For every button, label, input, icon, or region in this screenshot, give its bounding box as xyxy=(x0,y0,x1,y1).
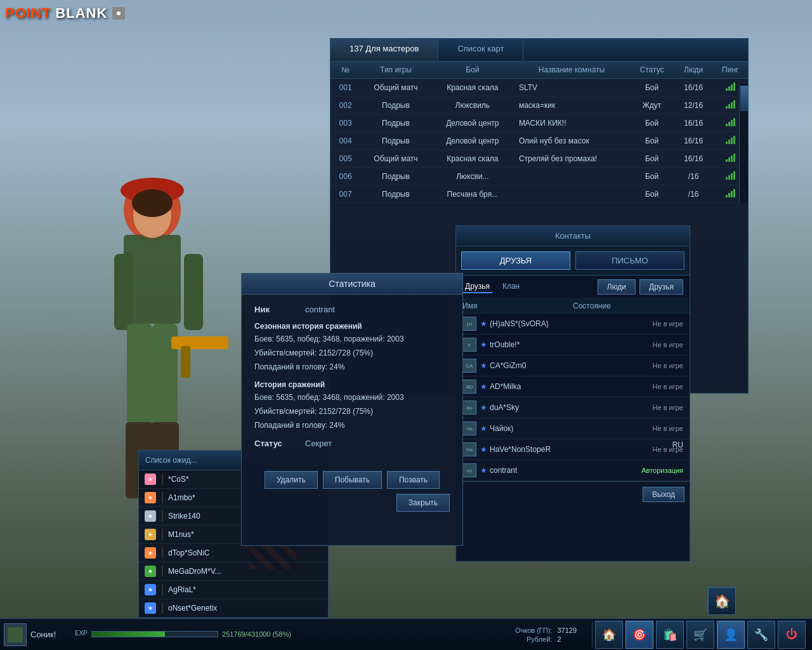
rub-label: Рублей: xyxy=(508,635,552,643)
btn-delete[interactable]: Удалить xyxy=(265,471,318,489)
contacts-col-headers: Имя Состояние xyxy=(456,299,690,314)
rooms-scrollbar[interactable] xyxy=(739,84,748,203)
list-item[interactable]: ★ AgRiaL* xyxy=(139,581,328,599)
list-item[interactable]: Ha ★ HaVe*NonStopeR Не в игре xyxy=(456,439,690,460)
contact-name-6: HaVe*NonStopeR xyxy=(490,445,653,454)
table-row[interactable]: 003 Подрыв Деловой центр МАСКИ КИК!! Бой… xyxy=(331,114,748,132)
contact-name-0: (H)aNS*(SvORA) xyxy=(490,319,653,328)
stats-panel: Статистика Ник contrant Сезонная история… xyxy=(241,273,463,546)
btn-people[interactable]: Люди xyxy=(598,279,636,295)
rank-badge-4: ★ xyxy=(144,547,157,559)
cell-status: Бой xyxy=(629,150,674,168)
contact-avatar-4: du xyxy=(462,401,476,415)
inventory-icon-btn[interactable]: 🛍️ xyxy=(656,621,684,649)
gp-row: Очков (ГП): 37129 xyxy=(508,627,577,634)
contact-status-5: Не в игре xyxy=(653,425,683,432)
cell-status: Бой xyxy=(629,114,674,132)
contact-star-7: ★ xyxy=(480,466,487,475)
btn-close[interactable]: Закрыть xyxy=(396,494,450,512)
list-item[interactable]: Ча ★ Чайок) Не в игре xyxy=(456,418,690,439)
cell-num: 002 xyxy=(331,96,360,114)
contact-name-1: trOuble!* xyxy=(490,340,653,349)
contacts-top-bar: Друзья Клан Люди Друзья xyxy=(456,275,690,299)
player-name: Соник! xyxy=(30,630,69,639)
stats-body: Ник contrant Сезонная история сражений Б… xyxy=(242,295,462,465)
nik-value: contrant xyxy=(305,305,335,314)
cell-room: маска=кик xyxy=(514,96,629,114)
table-row[interactable]: 001 Общий матч Красная скала SLTV Бой 16… xyxy=(331,79,748,96)
col-room: Название комнаты xyxy=(514,62,629,79)
list-item[interactable]: du ★ duA*Sky Не в игре xyxy=(456,397,690,418)
contact-star-3: ★ xyxy=(480,382,487,391)
logo-icon xyxy=(112,7,125,20)
nav-home-btn[interactable]: 🏠 xyxy=(708,587,736,615)
cell-status: Ждут xyxy=(629,96,674,114)
table-row[interactable]: 002 Подрыв Люксвиль маска=кик Ждут 12/16 xyxy=(331,96,748,114)
history-headshot: Попаданий в голову: 24% xyxy=(254,420,450,431)
table-row[interactable]: 006 Подрыв Люксви... Бой /16 xyxy=(331,168,748,185)
sub-tab-friends[interactable]: Друзья xyxy=(462,281,492,293)
svg-rect-2 xyxy=(114,254,133,330)
history-detail: Боев: 5635, побед: 3468, поражений: 2003 xyxy=(254,392,450,403)
contact-avatar-0: (H xyxy=(462,317,476,331)
cell-num: 006 xyxy=(331,168,360,185)
contact-avatar-2: CA xyxy=(462,359,476,373)
sub-tab-clan[interactable]: Клан xyxy=(500,281,522,293)
btn-friends[interactable]: Друзья xyxy=(639,279,683,295)
contact-avatar-3: AD xyxy=(462,380,476,394)
list-item[interactable]: tr ★ trOuble!* Не в игре xyxy=(456,335,690,355)
btn-invite[interactable]: Позвать xyxy=(387,471,440,489)
cell-room: МАСКИ КИК!! xyxy=(514,114,629,132)
settings-icon-btn[interactable]: 🔧 xyxy=(747,621,775,649)
tab-letter[interactable]: ПИСЬМО xyxy=(575,251,684,270)
list-item[interactable]: (H ★ (H)aNS*(SvORA) Не в игре xyxy=(456,314,690,335)
col-num: № xyxy=(331,62,360,79)
col-fight: Бой xyxy=(431,62,514,79)
contact-name-7: contrant xyxy=(490,466,641,475)
tab-friends[interactable]: ДРУЗЬЯ xyxy=(461,251,570,270)
home-icon-btn[interactable]: 🏠 xyxy=(595,621,623,649)
power-icon-btn[interactable]: ⏻ xyxy=(778,621,806,649)
missions-icon-btn[interactable]: 🎯 xyxy=(625,621,653,649)
table-row[interactable]: 007 Подрыв Песчана бря... Бой /16 xyxy=(331,185,748,203)
list-item[interactable]: ★ MeGaDroM*V... xyxy=(139,562,328,581)
svg-point-10 xyxy=(132,189,173,217)
contact-star-0: ★ xyxy=(480,319,487,328)
table-row[interactable]: 005 Общий матч Красная скала Стреляй без… xyxy=(331,150,748,168)
status-field: Статус Секрет xyxy=(254,439,450,448)
waiting-title: Список ожид... xyxy=(145,456,197,465)
profile-icon-btn[interactable]: 👤 xyxy=(717,621,745,649)
rub-row: Рублей: 2 xyxy=(508,635,577,643)
tab-rooms[interactable]: 137 Для мастеров xyxy=(331,39,438,61)
cell-num: 005 xyxy=(331,150,360,168)
tab-maps[interactable]: Список карт xyxy=(438,39,523,61)
nik-field: Ник contrant xyxy=(254,305,450,314)
player-name-1: A1mbo* xyxy=(168,493,195,502)
contacts-panel: Контакты ДРУЗЬЯ ПИСЬМО Друзья Клан Люди … xyxy=(455,225,690,562)
contact-avatar-6: Ha xyxy=(462,442,476,456)
rank-badge-1: ★ xyxy=(144,491,157,504)
cell-people: /16 xyxy=(674,185,713,203)
table-row[interactable]: 004 Подрыв Деловой центр Олий нуб без ма… xyxy=(331,132,748,150)
stats-values: Очков (ГП): 37129 Рублей: 2 xyxy=(495,627,589,643)
list-item[interactable]: ★ dTop*SoNiC xyxy=(139,544,328,562)
cell-room: SLTV xyxy=(514,79,629,96)
gp-label: Очков (ГП): xyxy=(508,627,552,634)
contact-name-2: CA*GiZm0 xyxy=(490,361,653,370)
game-logo: POINT BLANK xyxy=(5,5,125,22)
list-item[interactable]: CA ★ CA*GiZm0 Не в игре xyxy=(456,355,690,376)
stats-actions: Удалить Побывать Позвать xyxy=(242,465,462,494)
btn-visit[interactable]: Побывать xyxy=(323,471,382,489)
store-icon-btn[interactable]: 🛒 xyxy=(686,621,714,649)
cell-num: 001 xyxy=(331,79,360,96)
contact-status-1: Не в игре xyxy=(653,341,683,348)
list-item[interactable]: AD ★ AD*Milka Не в игре xyxy=(456,376,690,397)
exp-value: 251769/431000 (58%) xyxy=(222,630,291,638)
list-item[interactable]: co ★ contrant Авторизация xyxy=(456,460,690,481)
cell-room: Стреляй без промаха! xyxy=(514,150,629,168)
cell-status: Бой xyxy=(629,79,674,96)
list-item[interactable]: ★ oNset*Genetix xyxy=(139,599,328,618)
exit-btn[interactable]: Выход xyxy=(643,487,684,502)
contact-star-6: ★ xyxy=(480,445,487,454)
svg-rect-11 xyxy=(171,336,228,349)
